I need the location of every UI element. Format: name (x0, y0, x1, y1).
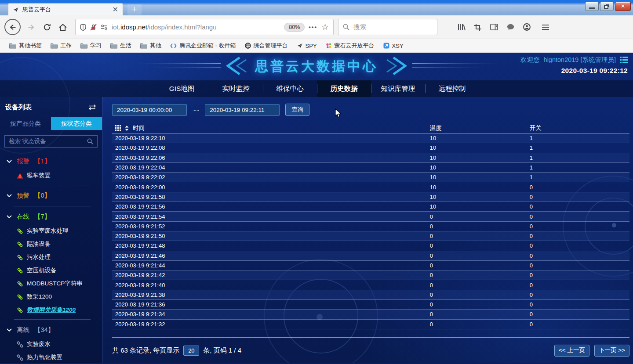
table-row[interactable]: 2020-03-19 9:21:56100 (112, 202, 629, 212)
nav-tab-2[interactable]: 维保中心 (263, 80, 317, 97)
device-item[interactable]: 实验废水 (0, 338, 102, 351)
home-button[interactable] (56, 20, 70, 34)
reload-button[interactable] (40, 20, 54, 34)
library-icon[interactable] (458, 24, 466, 31)
tracking-shield-icon[interactable] (80, 24, 86, 31)
cell-switch: 0 (530, 311, 629, 317)
nav-tab-1[interactable]: 实时监控 (209, 80, 263, 97)
column-header-time[interactable]: 时间 (133, 124, 145, 132)
screenshot-icon[interactable] (474, 24, 481, 31)
bookmark-item[interactable]: 萤石云开放平台 (322, 40, 378, 51)
cell-switch: 1 (530, 144, 629, 151)
nav-tab-4[interactable]: 知识库管理 (371, 80, 425, 97)
table-row[interactable]: 2020-03-19 9:21:4600 (112, 251, 629, 261)
sort-icon[interactable] (125, 126, 129, 131)
bookmark-item[interactable]: XSY (379, 41, 407, 50)
messages-icon[interactable] (507, 24, 514, 30)
nav-tab-0[interactable]: GIS地图 (155, 80, 209, 97)
table-row[interactable]: 2020-03-19 9:21:4000 (112, 280, 629, 290)
tab-close-icon[interactable]: ✕ (113, 7, 118, 13)
url-text[interactable]: iot.idosp.net/idosp/index.html?langu (112, 23, 280, 31)
device-item[interactable]: 数采1200 (0, 290, 102, 303)
search-icon[interactable] (87, 138, 93, 144)
browser-search-input[interactable]: 搜索 (338, 19, 437, 35)
table-row[interactable]: 2020-03-19 9:21:3200 (112, 320, 629, 329)
next-page-button[interactable]: 下一页 >> (594, 345, 629, 357)
table-row[interactable]: 2020-03-19 9:22:00100 (112, 182, 629, 192)
device-item[interactable]: 污水处理 (0, 251, 102, 264)
list-menu-icon[interactable] (620, 57, 628, 63)
table-row[interactable]: 2020-03-19 9:21:5200 (112, 222, 629, 231)
device-item[interactable]: 数据网关采集1200 (0, 303, 102, 317)
group-header-warning[interactable]: 预警【0】 (0, 188, 102, 203)
device-item[interactable]: 热力氧化装置 (0, 351, 102, 363)
group-header-online[interactable]: 在线【7】 (0, 209, 102, 224)
page-size-input[interactable]: 20 (183, 346, 199, 356)
menu-icon[interactable] (542, 25, 549, 30)
nav-tab-3[interactable]: 历史数据 (317, 80, 371, 97)
back-button[interactable] (4, 19, 21, 35)
window-close-button[interactable]: ✕ (615, 2, 631, 11)
browser-tab[interactable]: 思普云平台 ✕ (8, 3, 123, 15)
bookmark-label: 其他书签 (19, 42, 42, 50)
app-header: 思普云大数据中心 欢迎您hignton2019 [系统管理员] 2020-03-… (0, 53, 633, 80)
cell-time: 2020-03-19 9:22:08 (112, 144, 430, 151)
table-row[interactable]: 2020-03-19 9:21:4400 (112, 261, 629, 270)
username[interactable]: hignton2019 [系统管理员] (544, 56, 616, 64)
zoom-level-badge[interactable]: 80% (284, 23, 305, 32)
account-icon[interactable] (523, 23, 531, 31)
table-row[interactable]: 2020-03-19 9:22:08101 (112, 143, 629, 153)
query-button[interactable]: 查询 (285, 104, 309, 116)
device-item[interactable]: 实验室废水处理 (0, 224, 102, 238)
device-item[interactable]: 隔油设备 (0, 238, 102, 251)
page-actions-icon[interactable]: ••• (309, 24, 317, 30)
column-header-switch[interactable]: 开关 (530, 124, 629, 132)
device-item[interactable]: MODBUSTCP字符串 (0, 277, 102, 290)
device-item[interactable]: 猴车装置 (0, 169, 102, 182)
column-header-temperature[interactable]: 温度 (430, 124, 530, 132)
prev-page-button[interactable]: << 上一页 (554, 345, 589, 357)
swap-arrows-icon[interactable] (88, 105, 97, 110)
window-minimize-button[interactable] (585, 2, 599, 11)
group-header-alarm[interactable]: 报警【1】 (0, 154, 102, 169)
grid-columns-icon[interactable] (115, 125, 121, 131)
table-row[interactable]: 2020-03-19 9:22:06101 (112, 153, 629, 163)
table-row[interactable]: 2020-03-19 9:22:04101 (112, 163, 629, 173)
insecure-lock-icon[interactable] (90, 24, 97, 31)
cell-time: 2020-03-19 9:21:48 (112, 242, 430, 249)
tab-title: 思普云平台 (22, 6, 109, 14)
permissions-icon[interactable] (101, 24, 108, 30)
bookmark-item[interactable]: 生活 (106, 40, 135, 51)
table-row[interactable]: 2020-03-19 9:21:5400 (112, 212, 629, 221)
table-row[interactable]: 2020-03-19 9:22:02101 (112, 173, 629, 182)
group-header-offline[interactable]: 离线【34】 (0, 322, 102, 338)
bookmark-item[interactable]: 工作 (47, 40, 76, 51)
bookmark-item[interactable]: SPY (293, 41, 321, 50)
forward-button[interactable] (24, 20, 38, 34)
url-bar[interactable]: iot.idosp.net/idosp/index.html?langu 80%… (75, 19, 334, 35)
table-row[interactable]: 2020-03-19 9:21:3800 (112, 290, 629, 300)
bookmark-label: 腾讯企业邮箱 - 收件箱 (179, 42, 236, 50)
cell-temperature: 10 (430, 184, 530, 191)
bookmark-star-icon[interactable]: ☆ (321, 22, 329, 32)
bookmark-item[interactable]: 学习 (76, 40, 106, 51)
table-row[interactable]: 2020-03-19 9:21:4800 (112, 241, 629, 251)
new-tab-button[interactable]: + (127, 4, 142, 15)
table-row[interactable]: 2020-03-19 9:21:58100 (112, 192, 629, 202)
end-datetime-input[interactable]: 2020-03-19 09:22:11 (205, 104, 280, 116)
table-row[interactable]: 2020-03-19 9:22:10101 (112, 133, 629, 143)
table-row[interactable]: 2020-03-19 9:21:5000 (112, 231, 629, 241)
window-restore-button[interactable] (600, 2, 614, 11)
start-datetime-input[interactable]: 2020-03-19 00:00:00 (112, 104, 187, 116)
nav-tab-5[interactable]: 远程控制 (425, 80, 479, 97)
bookmark-item[interactable]: 其他 (136, 40, 165, 51)
bookmark-item[interactable]: 其他书签 (5, 40, 46, 51)
bookmark-item[interactable]: 腾讯企业邮箱 - 收件箱 (166, 40, 240, 51)
table-row[interactable]: 2020-03-19 9:21:3600 (112, 300, 629, 310)
table-row[interactable]: 2020-03-19 9:21:3400 (112, 310, 629, 319)
table-row[interactable]: 2020-03-19 9:21:4200 (112, 270, 629, 280)
sidebar-toggle-icon[interactable] (490, 24, 498, 30)
bookmark-item[interactable]: 综合管理平台 (241, 40, 292, 51)
device-item[interactable]: 空压机设备 (0, 264, 102, 277)
cell-temperature: 0 (430, 223, 530, 230)
